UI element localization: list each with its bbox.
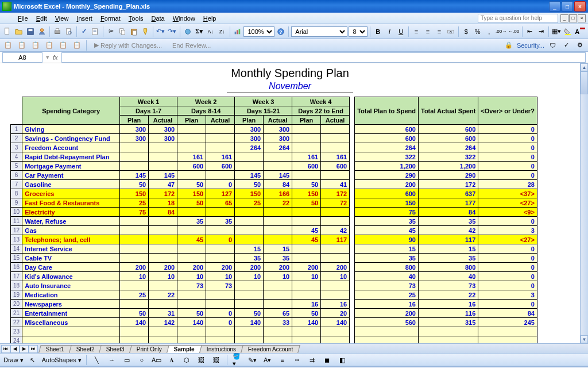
print-button[interactable] xyxy=(52,26,63,37)
table-row[interactable]: 7Gasoline50475005084504120017228 xyxy=(11,180,537,189)
spending-plan-table[interactable]: Spending CategoryWeek 1Week 2Week 3Week … xyxy=(10,97,537,343)
sheet-tab-freedom-account[interactable]: Freedom Account xyxy=(241,345,300,353)
select-objects-button[interactable]: ↖ xyxy=(27,354,38,366)
security-link[interactable]: Security... xyxy=(517,42,544,49)
sort-desc-button[interactable]: Z↓ xyxy=(217,26,227,37)
align-left-button[interactable]: ≡ xyxy=(411,26,421,37)
table-row[interactable]: 4Rapid Debt-Repayment Plan16116116116132… xyxy=(11,152,537,162)
menu-tools[interactable]: Tools xyxy=(125,14,148,23)
font-color-draw-button[interactable]: A▾ xyxy=(262,354,273,366)
scroll-up-button[interactable]: ▲ xyxy=(581,63,588,71)
zoom-combo[interactable]: 100% xyxy=(243,26,274,37)
paste-button[interactable] xyxy=(129,26,139,37)
security-btn-2[interactable]: ✓ xyxy=(560,40,572,51)
wordart-button[interactable]: 𝐀 xyxy=(166,354,177,366)
menu-insert[interactable]: Insert xyxy=(72,14,96,23)
tab-next-button[interactable]: ▶ xyxy=(20,345,29,353)
rectangle-button[interactable]: ▭ xyxy=(121,354,133,366)
tab-prev-button[interactable]: ◀ xyxy=(10,345,20,353)
cut-button[interactable]: ✂ xyxy=(106,26,116,37)
table-row[interactable]: 12Gas454245423 xyxy=(11,226,537,235)
line-style-button[interactable]: ≡ xyxy=(277,354,288,366)
fill-color-button[interactable] xyxy=(563,26,573,37)
sheet-tab-instructions[interactable]: Instructions xyxy=(199,345,243,353)
line-color-button[interactable]: ✎▾ xyxy=(247,354,258,366)
table-row[interactable]: 11Water, Refuse353535350 xyxy=(11,217,537,226)
arrow-button[interactable]: → xyxy=(106,354,118,366)
menu-edit[interactable]: Edit xyxy=(32,14,51,23)
clipart-button[interactable]: 🖼 xyxy=(196,354,207,366)
sheet-tab-sheet1[interactable]: Sheet1 xyxy=(38,345,71,353)
table-row[interactable]: 13Telephones; land, cell4504511790117<27… xyxy=(11,235,537,244)
italic-button[interactable]: I xyxy=(384,26,394,37)
undo-button[interactable]: ↶▾ xyxy=(156,26,166,37)
menu-data[interactable]: Data xyxy=(147,14,168,23)
review-btn-2[interactable]: 📋 xyxy=(16,40,28,51)
table-row[interactable]: 16Day Care200200200200200200200200800800… xyxy=(11,263,537,272)
name-box[interactable] xyxy=(2,52,42,63)
table-row[interactable]: 20Newspapers161616160 xyxy=(11,300,537,309)
picture-button[interactable]: 🖼 xyxy=(211,354,222,366)
table-row[interactable]: 6Car Payment1451451451452902900 xyxy=(11,171,537,180)
line-button[interactable]: ╲ xyxy=(91,354,103,366)
font-size-combo[interactable]: 8 xyxy=(349,26,368,37)
formula-bar[interactable] xyxy=(61,52,586,63)
menu-view[interactable]: View xyxy=(51,14,73,23)
oval-button[interactable]: ○ xyxy=(136,354,148,366)
shadow-button[interactable]: ◼ xyxy=(322,354,333,366)
help-button[interactable]: ? xyxy=(276,26,286,37)
comma-button[interactable]: , xyxy=(484,26,494,37)
fx-icon[interactable]: fx xyxy=(53,54,58,61)
autosum-button[interactable]: Σ▾ xyxy=(194,26,204,37)
fill-color-draw-button[interactable]: 🪣▾ xyxy=(232,354,243,366)
table-row[interactable]: 22Miscellaneous1401421400140331401405603… xyxy=(11,318,537,327)
dash-style-button[interactable]: ┅ xyxy=(292,354,303,366)
vertical-scrollbar[interactable]: ▲ ▼ xyxy=(580,63,588,343)
security-icon[interactable]: 🔒 xyxy=(503,40,514,51)
draw-menu[interactable]: Draw ▾ xyxy=(3,356,24,364)
increase-decimal-button[interactable]: .00→ xyxy=(496,26,507,37)
autoshapes-menu[interactable]: AutoShapes ▾ xyxy=(42,356,82,364)
permission-button[interactable] xyxy=(37,26,47,37)
table-row[interactable]: 24 xyxy=(11,336,537,344)
sheet-tab-sheet2[interactable]: Sheet2 xyxy=(69,345,102,353)
table-row[interactable]: 18Auto Insurance737373730 xyxy=(11,281,537,290)
table-row[interactable]: 17Kid's Allowance101010101010101040400 xyxy=(11,272,537,281)
review-btn-5[interactable]: 📋 xyxy=(57,40,69,51)
save-button[interactable] xyxy=(25,26,36,37)
sheet-tab-print-only[interactable]: Print Only xyxy=(129,345,169,353)
minimize-button[interactable]: _ xyxy=(549,1,560,12)
close-button[interactable]: × xyxy=(574,1,586,12)
font-color-button[interactable]: A xyxy=(574,26,586,37)
copy-button[interactable] xyxy=(117,26,127,37)
table-row[interactable]: 1Giving3003003003006006000 xyxy=(11,125,537,134)
bold-button[interactable]: B xyxy=(373,26,383,37)
table-row[interactable]: 19Medication252225223 xyxy=(11,290,537,300)
mdi-minimize-button[interactable]: _ xyxy=(560,14,568,22)
diagram-button[interactable]: ⬡ xyxy=(181,354,192,366)
help-search-input[interactable] xyxy=(478,14,558,23)
table-row[interactable]: 9Fast Food & Restaurants2518506525225072… xyxy=(11,198,537,208)
table-row[interactable]: 14Internet Service151515150 xyxy=(11,244,537,254)
tab-first-button[interactable]: ⏮ xyxy=(1,345,10,353)
align-center-button[interactable]: ≡ xyxy=(423,26,433,37)
chart-button[interactable] xyxy=(233,26,243,37)
scroll-down-button[interactable]: ▼ xyxy=(581,335,588,343)
mdi-close-button[interactable]: × xyxy=(578,14,586,22)
percent-button[interactable]: % xyxy=(473,26,483,37)
spelling-button[interactable]: ✓ xyxy=(79,26,90,37)
mdi-restore-button[interactable]: □ xyxy=(569,14,577,22)
borders-button[interactable]: ▦▾ xyxy=(551,26,562,37)
3d-button[interactable]: ◧ xyxy=(336,354,348,366)
maximize-button[interactable]: □ xyxy=(562,1,573,12)
table-row[interactable]: 8Groceries150172150127150166150172600637… xyxy=(11,189,537,198)
currency-button[interactable]: $ xyxy=(461,26,471,37)
review-btn-1[interactable]: 📋 xyxy=(2,40,14,51)
merge-center-button[interactable]: a xyxy=(446,26,456,37)
hyperlink-button[interactable] xyxy=(183,26,193,37)
format-painter-button[interactable] xyxy=(140,26,150,37)
review-btn-3[interactable]: 📋 xyxy=(30,40,41,51)
textbox-button[interactable]: A▭ xyxy=(151,354,163,366)
review-btn-4[interactable]: 📋 xyxy=(44,40,55,51)
table-row[interactable]: 10Electricity75847584<9> xyxy=(11,208,537,217)
